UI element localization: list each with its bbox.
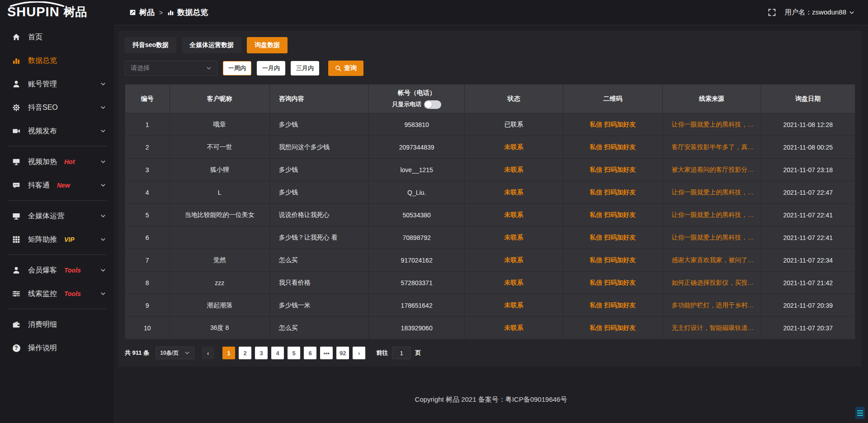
source-link[interactable]: 被大家追着问的客厅投影分享... (672, 166, 761, 174)
page-button[interactable]: 1 (222, 347, 235, 359)
chevron-down-icon (206, 66, 212, 71)
source-link[interactable]: 让你一眼就爱上的黑科技，能... (672, 121, 761, 129)
source-link[interactable]: 无主灯设计，智能磁吸轨道灯... (672, 324, 761, 332)
page-size-value: 10条/页 (160, 349, 179, 357)
col-header-nickname: 客户昵称 (170, 85, 269, 113)
page-size-select[interactable]: 10条/页 (156, 347, 194, 359)
sidebar-item[interactable]: 会员爆客 Tools (0, 258, 114, 282)
qrcode-link[interactable]: 私信 扫码加好友 (590, 143, 636, 150)
sidebar-item[interactable]: 数据总览 (0, 49, 114, 72)
cell-date: 2021-11-07 22:41 (761, 226, 855, 249)
data-tab[interactable]: 全媒体运营数据 (182, 37, 241, 53)
sidebar-item[interactable]: ? 操作说明 (0, 336, 114, 360)
question-icon: ? (12, 343, 21, 352)
logo[interactable]: SHUPIN 树品 (0, 0, 114, 24)
sidebar-item[interactable]: 抖客通 New (0, 174, 114, 197)
source-link[interactable]: 如何正确选择投影仪，买投影... (672, 279, 761, 287)
breadcrumb-current[interactable]: 数据总览 (167, 7, 208, 18)
sidebar-item[interactable]: 视频发布 (0, 119, 114, 143)
chevron-down-icon (100, 237, 106, 242)
cell-date: 2021-11-07 22:34 (761, 249, 855, 272)
cell-date: 2021-11-07 22:47 (761, 181, 855, 204)
cell-content: 我想问这个多少钱 (269, 136, 369, 159)
cell-id: 7 (125, 249, 170, 272)
sidebar-item[interactable]: 账号管理 (0, 72, 114, 96)
user-menu[interactable]: 用户名：zswodun88 (785, 8, 854, 17)
page-button[interactable]: 92 (336, 347, 349, 359)
cell-content: 我只看价格 (269, 272, 369, 294)
sidebar-item-label: 矩阵助推 (28, 235, 57, 244)
qrcode-link[interactable]: 私信 扫码加好友 (590, 188, 636, 196)
source-link[interactable]: 感谢大家喜欢我家，被问了好... (672, 256, 761, 264)
source-link[interactable]: 让你一眼就爱上的黑科技，能... (672, 211, 761, 219)
cell-nickname: 觉然 (170, 249, 269, 272)
table-row: 7 觉然 怎么买 917024162 未联系 私信 扫码加好友 感谢大家喜欢我家… (125, 249, 855, 272)
app: SHUPIN 树品 首页 数据总览 (0, 0, 868, 423)
doc-icon (129, 9, 136, 16)
cell-id: 3 (125, 159, 170, 181)
source-link[interactable]: 让你一眼就爱上的黑科技，能... (672, 188, 761, 197)
logo-text-cn: 树品 (64, 4, 87, 20)
cell-nickname: 当地比较能吃的一位美女 (170, 204, 269, 226)
logo-arc-icon (8, 1, 66, 7)
period-button[interactable]: 一周内 (223, 61, 251, 75)
search-button[interactable]: 查询 (328, 61, 363, 76)
sidebar-item[interactable]: 线索监控 Tools (0, 282, 114, 306)
chevron-down-icon (100, 183, 106, 188)
qrcode-link[interactable]: 私信 扫码加好友 (590, 279, 636, 286)
sidebar-item[interactable]: 消费明细 (0, 313, 114, 336)
sidebar-item[interactable]: 首页 (0, 25, 114, 49)
page-button[interactable]: 4 (271, 347, 284, 359)
cell-id: 8 (125, 272, 170, 294)
sidebar-item-label: 会员爆客 (28, 266, 57, 275)
sidebar-item-label: 线索监控 (28, 289, 57, 299)
page-button[interactable]: 6 (304, 347, 316, 359)
qrcode-link[interactable]: 私信 扫码加好友 (590, 234, 636, 241)
qrcode-link[interactable]: 私信 扫码加好友 (590, 211, 636, 218)
qrcode-link[interactable]: 私信 扫码加好友 (590, 166, 636, 173)
phone-only-toggle[interactable] (424, 100, 441, 109)
screen-icon (12, 157, 21, 166)
page-button[interactable]: ••• (320, 347, 333, 359)
source-link[interactable]: 客厅安装投影半年多了，真实... (672, 143, 761, 151)
pagination: 共 911 条 10条/页 ‹ 1 2 3 4 (125, 347, 855, 359)
source-link[interactable]: 多功能护栏灯，适用于乡村文... (672, 301, 761, 310)
select-placeholder: 请选择 (131, 64, 150, 72)
breadcrumb-home[interactable]: 树品 (129, 7, 155, 18)
data-tab[interactable]: 询盘数据 (247, 37, 288, 53)
page-button[interactable]: 5 (288, 347, 300, 359)
cell-account: love__1215 (369, 159, 465, 181)
qrcode-link[interactable]: 私信 扫码加好友 (590, 121, 636, 128)
sidebar-item[interactable]: 抖音SEO (0, 96, 114, 119)
cell-account: 70898792 (369, 226, 465, 249)
qrcode-link[interactable]: 私信 扫码加好友 (590, 301, 636, 309)
chevron-down-icon (849, 10, 854, 15)
sidebar-item[interactable]: 矩阵助推 VIP (0, 228, 114, 251)
data-tab[interactable]: 抖音seo数据 (125, 37, 176, 53)
page-button[interactable]: 2 (239, 347, 251, 359)
source-link[interactable]: 让你一眼就爱上的黑科技，能... (672, 234, 761, 242)
period-button[interactable]: 三月内 (291, 61, 319, 75)
cell-account: Q_Liu. (369, 181, 465, 204)
goto-page-input[interactable] (392, 347, 411, 359)
period-button[interactable]: 一月内 (257, 61, 285, 75)
sidebar-item-label: 操作说明 (28, 343, 57, 353)
inquiry-table: 编号 客户昵称 咨询内容 帐号（电话） 只显示电话 状态 二维码 线索来源 (125, 84, 855, 339)
fullscreen-icon[interactable] (768, 9, 776, 16)
cell-source: 让你一眼就爱上的黑科技，能... (662, 204, 761, 226)
page-button[interactable]: 3 (255, 347, 268, 359)
account-select[interactable]: 请选择 (125, 61, 217, 76)
qrcode-link[interactable]: 私信 扫码加好友 (590, 324, 636, 331)
sidebar-item-badge: VIP (64, 236, 75, 243)
cell-nickname: 36度 8 (170, 317, 269, 339)
sidebar-item[interactable]: 视频加热 Hot (0, 150, 114, 174)
sidebar-item[interactable]: 全媒体运营 (0, 204, 114, 228)
cell-qrcode: 私信 扫码加好友 (563, 249, 662, 272)
next-page-button[interactable]: › (353, 347, 365, 359)
prev-page-button[interactable]: ‹ (202, 347, 214, 359)
qrcode-link[interactable]: 私信 扫码加好友 (590, 256, 636, 263)
bar-chart-icon (167, 9, 174, 16)
corner-widget-icon[interactable] (855, 407, 865, 419)
cell-nickname (170, 226, 269, 249)
cell-id: 10 (125, 317, 170, 339)
